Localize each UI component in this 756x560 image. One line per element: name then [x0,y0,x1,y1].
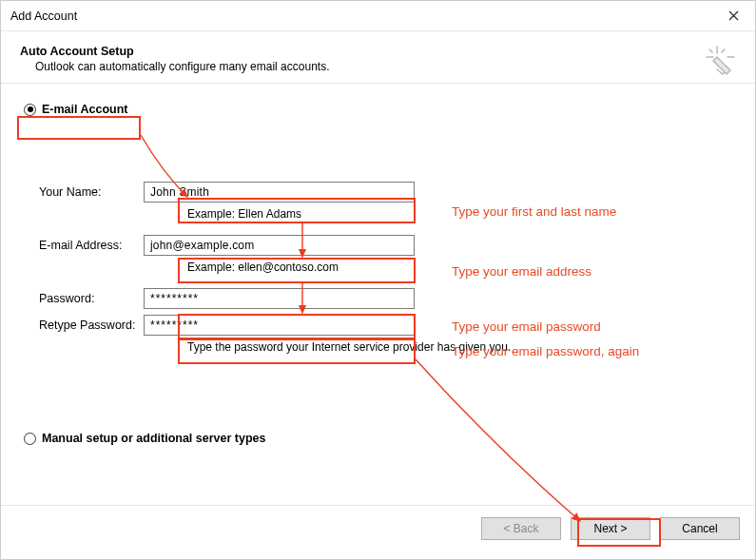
header-title: Auto Account Setup [20,45,736,58]
footer-divider [1,505,755,506]
annotation-text-password: Type your email password [452,319,601,334]
window-title: Add Account [10,10,711,23]
radio-email-label: E-mail Account [42,103,128,116]
retype-password-label: Retype Password: [39,319,144,332]
password-input[interactable] [144,288,415,309]
form-area: Your Name: Example: Ellen Adams E-mail A… [39,181,511,354]
add-account-dialog: Add Account Auto Account Setup Outlook c… [0,0,756,560]
radio-email-account[interactable]: E-mail Account [24,103,128,116]
radio-manual-setup[interactable]: Manual setup or additional server types [24,432,265,445]
back-button: < Back [481,517,561,540]
next-button[interactable]: Next > [571,517,650,540]
password-label: Password: [39,292,144,305]
name-input[interactable] [144,182,415,203]
retype-password-input[interactable] [144,315,415,336]
radio-icon [24,104,36,116]
button-row: < Back Next > Cancel [481,517,740,540]
radio-icon [24,433,36,445]
dialog-header: Auto Account Setup Outlook can automatic… [1,31,755,83]
annotation-text-email: Type your email address [452,264,591,279]
close-icon [728,10,739,21]
annotation-text-retype: Type your email password, again [452,344,639,358]
email-input[interactable] [144,235,415,256]
header-subtitle: Outlook can automatically configure many… [20,60,736,73]
annotation-text-name: Type your first and last name [452,204,616,219]
titlebar: Add Account [1,1,755,31]
dialog-body: E-mail Account Your Name: Example: Ellen… [1,84,755,559]
close-button[interactable] [711,1,755,31]
cancel-button[interactable]: Cancel [660,517,740,540]
name-label: Your Name: [39,185,144,199]
radio-manual-label: Manual setup or additional server types [42,432,265,445]
wizard-icon [704,45,738,82]
email-label: E-mail Address: [39,239,144,252]
